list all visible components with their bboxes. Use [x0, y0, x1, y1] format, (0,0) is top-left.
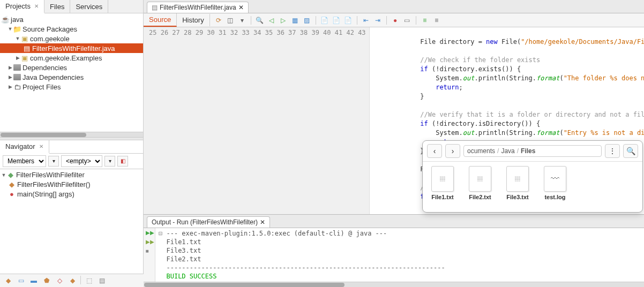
tab-label: Files	[50, 3, 64, 11]
tree-package[interactable]: ▼▣com.geekole	[0, 34, 143, 43]
code-field: out	[463, 74, 475, 82]
output-icon-bar: ▶▶ ▶▶ ■	[144, 228, 155, 282]
file-item[interactable]: ≡≡≡≡≡≡≡≡≡File1.txt	[431, 166, 454, 200]
file-label: File1.txt	[431, 194, 454, 200]
uncomment-icon[interactable]: ≡	[432, 16, 441, 25]
tab-navigator[interactable]: Navigator✕	[0, 140, 49, 154]
chevron-down-icon[interactable]: ▼	[15, 36, 20, 41]
doc-icon[interactable]: 📄	[344, 16, 353, 25]
close-icon[interactable]: ✕	[260, 218, 265, 226]
tree-source-packages[interactable]: ▼📁Source Packages	[0, 24, 143, 34]
mode-source[interactable]: Source	[144, 13, 177, 27]
prev-icon[interactable]: ◁	[267, 16, 276, 25]
path-segment[interactable]: ocuments	[467, 147, 495, 155]
tree-java-deps[interactable]: ▶Java Dependencies	[0, 72, 143, 82]
file-item[interactable]: 〰test.log	[544, 166, 566, 200]
filter-icon[interactable]: ⬟	[42, 276, 51, 285]
navigator-method[interactable]: ●main(String[] args)	[0, 190, 143, 199]
sort-icon[interactable]: ⬚	[84, 276, 94, 285]
comment-icon[interactable]: ≡	[421, 16, 429, 25]
tree-label: main(String[] args)	[17, 190, 74, 198]
file-item[interactable]: ≡≡≡≡≡≡≡≡≡File3.txt	[506, 166, 529, 200]
file-item[interactable]: ≡≡≡≡≡≡≡≡≡File2.txt	[469, 166, 491, 200]
tree-file-selected[interactable]: ▤FilterFilesWithFilefilter.java	[0, 43, 143, 53]
forward-button[interactable]: ›	[445, 144, 460, 158]
library-icon	[13, 73, 21, 81]
file-browser-window: ‹ › ocuments / Java / Files ⋮ 🔍 ≡≡≡≡≡≡≡≡…	[422, 140, 643, 213]
outdent-icon[interactable]: ⇤	[362, 16, 370, 25]
tab-files[interactable]: Files	[44, 0, 70, 13]
chevron-right-icon[interactable]: ▶	[15, 55, 20, 61]
chevron-right-icon[interactable]: ▶	[8, 65, 13, 70]
filter-icon[interactable]: ▬	[29, 276, 39, 285]
filter-icon[interactable]: ▭	[16, 276, 26, 285]
resume-icon[interactable]: ▶▶	[146, 239, 153, 246]
close-icon[interactable]: ✕	[238, 4, 244, 11]
breakpoint-icon[interactable]: ●	[391, 16, 400, 25]
selection-icon[interactable]: ▦	[291, 16, 299, 25]
sort-icon[interactable]: ▤	[97, 276, 107, 285]
highlight-icon[interactable]: ▨	[303, 16, 311, 25]
output-tab[interactable]: Output - Run (FilterFilesWithFilefilter)…	[147, 216, 270, 228]
diff-icon[interactable]: ◫	[226, 16, 235, 25]
filter-select[interactable]: <empty>	[61, 155, 102, 167]
output-line: ----------------------------------------…	[166, 264, 445, 271]
menu-button[interactable]: ⋮	[605, 144, 620, 158]
bookmark-icon[interactable]: ▭	[403, 16, 411, 25]
tree-label: com.geekole.Examples	[30, 54, 102, 62]
output-console[interactable]: ⊟ --- exec-maven-plugin:1.5.0:exec (defa…	[155, 228, 644, 282]
code-text	[374, 120, 421, 127]
tree-label: Dependencies	[23, 64, 67, 72]
scrollbar-horizontal[interactable]	[0, 132, 143, 137]
indent-icon[interactable]: ⇥	[373, 16, 382, 25]
members-select[interactable]: Members	[3, 155, 46, 167]
text-file-icon: ≡≡≡≡≡≡≡≡≡	[469, 166, 491, 192]
path-bar[interactable]: ocuments / Java / Files	[463, 145, 602, 157]
tree-dependencies[interactable]: ▶Dependencies	[0, 63, 143, 72]
tree-project-files[interactable]: ▶🗀Project Files	[0, 82, 143, 92]
filter-icon[interactable]: ◆	[3, 276, 13, 285]
text-file-icon: ≡≡≡≡≡≡≡≡≡	[431, 166, 454, 192]
code-text: }	[374, 93, 424, 100]
path-segment[interactable]: Java	[501, 147, 514, 155]
dropdown-icon[interactable]: ▾	[238, 16, 246, 25]
next-icon[interactable]: ▷	[279, 16, 288, 25]
mode-history[interactable]: History	[177, 14, 209, 26]
run-icon[interactable]: ▶▶	[146, 230, 153, 237]
navigator-controls: Members ▾ <empty> ▾ ◧	[0, 154, 143, 169]
filter-icon[interactable]: ◇	[55, 276, 64, 285]
dropdown-button[interactable]: ▾	[104, 156, 115, 167]
tree-root[interactable]: ☕java	[0, 14, 143, 24]
stop-icon[interactable]: ■	[146, 248, 153, 255]
chevron-down-icon[interactable]: ▼	[8, 26, 13, 32]
close-icon[interactable]: ✕	[39, 144, 43, 149]
doc-down-icon[interactable]: 📄	[332, 16, 341, 25]
search-icon[interactable]: 🔍	[256, 16, 264, 25]
navigator-tree: ▼◆FilterFilesWithFilefilter ◆FilterFiles…	[0, 169, 143, 288]
search-button[interactable]: 🔍	[623, 144, 638, 158]
file-label: test.log	[544, 194, 565, 200]
doc-up-icon[interactable]: 📄	[320, 16, 329, 25]
chevron-right-icon[interactable]: ▶	[8, 74, 13, 80]
chevron-down-icon[interactable]: ▼	[1, 172, 6, 178]
dropdown-button[interactable]: ▾	[48, 156, 59, 167]
java-file-icon: ▤	[23, 44, 31, 52]
navigator-method[interactable]: ◆FilterFilesWithFilefilter()	[0, 180, 143, 190]
library-icon	[13, 63, 21, 72]
path-segment[interactable]: Files	[521, 147, 535, 155]
output-line: File3.txt	[166, 247, 201, 254]
navigator-class[interactable]: ▼◆FilterFilesWithFilefilter	[0, 170, 143, 180]
filter-icon[interactable]: ◆	[68, 276, 77, 285]
code-text: .println(String.	[474, 74, 536, 82]
editor-tab[interactable]: ▤FilterFilesWithFilefilter.java✕	[147, 2, 249, 13]
scrollbar-horizontal[interactable]	[144, 282, 644, 287]
close-icon[interactable]: ✕	[34, 3, 39, 9]
file-grid: ≡≡≡≡≡≡≡≡≡File1.txt ≡≡≡≡≡≡≡≡≡File2.txt ≡≡…	[423, 162, 642, 205]
tab-projects[interactable]: Projects✕	[0, 0, 44, 13]
tree-package[interactable]: ▶▣com.geekole.Examples	[0, 53, 143, 63]
tab-services[interactable]: Services	[70, 0, 108, 13]
refresh-icon[interactable]: ⟳	[214, 16, 223, 25]
filter-icon[interactable]: ◧	[117, 156, 128, 167]
back-button[interactable]: ‹	[427, 144, 442, 158]
chevron-right-icon[interactable]: ▶	[8, 84, 13, 89]
